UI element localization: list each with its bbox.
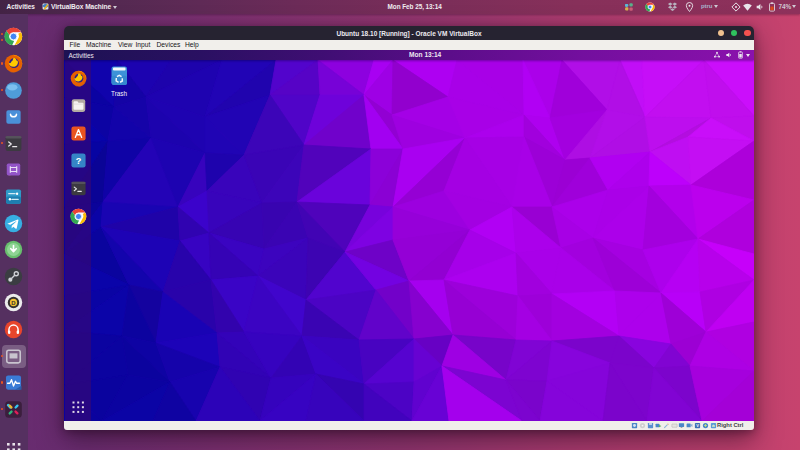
svg-text:V: V: [696, 423, 699, 428]
svg-text:D: D: [11, 300, 16, 306]
svg-text:?: ?: [75, 156, 81, 166]
